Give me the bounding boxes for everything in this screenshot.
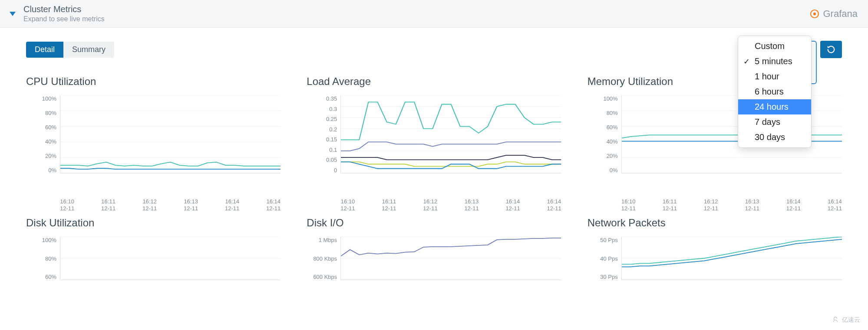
time-option-5-minutes[interactable]: ✓5 minutes — [738, 54, 811, 69]
y-tick: 800 Kbps — [307, 255, 337, 262]
x-tick: 16:1412-11 — [225, 198, 239, 212]
y-tick: 0.2 — [307, 126, 337, 133]
y-tick: 20% — [587, 153, 618, 159]
plot-area[interactable] — [340, 95, 561, 173]
series-line — [60, 168, 281, 169]
y-axis: 100%80%60%40%20%0% — [26, 95, 60, 173]
y-axis: 100%80%60% — [26, 237, 60, 280]
y-tick: 0.05 — [307, 157, 337, 163]
plot-area[interactable] — [60, 237, 281, 280]
x-tick: 16:1012-11 — [60, 198, 74, 212]
y-tick: 60% — [587, 124, 618, 131]
y-tick: 60% — [26, 124, 56, 131]
y-tick: 1 Mbps — [307, 237, 337, 243]
time-option-label: 24 hours — [755, 102, 789, 111]
chart-title: Disk Utilization — [26, 217, 281, 229]
tab-summary[interactable]: Summary — [63, 42, 114, 58]
y-tick: 100% — [26, 237, 56, 243]
y-tick: 60% — [26, 274, 56, 280]
y-tick: 30 Pps — [587, 274, 618, 280]
check-icon: ✓ — [743, 57, 750, 66]
refresh-button[interactable] — [820, 41, 842, 58]
grafana-link[interactable]: Grafana — [809, 8, 858, 20]
x-tick: 16:1412-11 — [828, 198, 842, 212]
y-tick: 0% — [587, 167, 618, 173]
x-axis: 16:1012-1116:1112-1116:1212-1116:1312-11… — [340, 195, 561, 212]
y-axis: 50 Pps40 Pps30 Pps — [587, 237, 621, 280]
time-option-30-days[interactable]: 30 days — [738, 130, 811, 145]
x-tick: 16:1212-11 — [423, 198, 437, 212]
view-tabs: Detail Summary — [26, 42, 114, 58]
tab-detail[interactable]: Detail — [26, 42, 63, 58]
y-tick: 80% — [26, 255, 56, 262]
y-tick: 20% — [26, 153, 56, 159]
series-line — [341, 155, 561, 160]
x-axis: 16:1012-1116:1112-1116:1212-1116:1312-11… — [621, 195, 842, 212]
chart-load: Load Average0.350.30.250.20.150.10.05016… — [307, 75, 561, 195]
time-option-label: Custom — [755, 41, 785, 51]
plot-area[interactable] — [60, 95, 281, 173]
y-tick: 0% — [26, 167, 56, 173]
y-tick: 100% — [587, 95, 618, 102]
chart-box[interactable]: 100%80%60% — [26, 237, 281, 289]
tab-row: Detail Summary — [26, 41, 842, 58]
y-tick: 0 — [307, 167, 337, 173]
expand-toggle-icon[interactable] — [10, 12, 16, 16]
chart-cpu: CPU Utilization100%80%60%40%20%0%16:1012… — [26, 75, 281, 195]
y-tick: 0.35 — [307, 95, 337, 102]
x-tick: 16:1412-11 — [505, 198, 520, 212]
chart-box[interactable]: 0.350.30.250.20.150.10.05016:1012-1116:1… — [307, 95, 561, 195]
plot-area[interactable] — [340, 237, 561, 280]
y-tick: 40% — [26, 138, 56, 145]
x-axis: 16:1012-1116:1112-1116:1212-1116:1312-11… — [60, 195, 281, 212]
chart-title: Network Packets — [587, 217, 842, 229]
y-tick: 80% — [26, 110, 56, 116]
chart-diskio: Disk I/O1 Mbps800 Kbps600 Kbps — [307, 217, 561, 289]
x-tick: 16:1312-11 — [464, 198, 479, 212]
y-tick: 50 Pps — [587, 237, 618, 243]
time-option-1-hour[interactable]: 1 hour — [738, 69, 811, 84]
chart-box[interactable]: 50 Pps40 Pps30 Pps — [587, 237, 842, 289]
time-range-menu: Custom✓5 minutes1 hour6 hours24 hours7 d… — [738, 36, 812, 148]
x-tick: 16:1212-11 — [142, 198, 157, 212]
time-option-24-hours[interactable]: 24 hours — [738, 99, 811, 114]
series-line — [60, 162, 281, 166]
x-tick: 16:1312-11 — [184, 198, 198, 212]
chart-disk: Disk Utilization100%80%60% — [26, 217, 281, 289]
x-tick: 16:1012-11 — [621, 198, 636, 212]
time-option-label: 5 minutes — [755, 56, 792, 66]
y-tick: 600 Kbps — [307, 274, 337, 280]
y-tick: 80% — [587, 110, 618, 116]
series-line — [341, 142, 561, 150]
y-tick: 40 Pps — [587, 255, 618, 262]
chart-title: CPU Utilization — [26, 75, 281, 88]
series-line — [622, 237, 842, 264]
y-tick: 0.15 — [307, 136, 337, 143]
y-tick: 0.1 — [307, 147, 337, 153]
x-tick: 16:1212-11 — [704, 198, 718, 212]
x-tick: 16:1112-11 — [101, 198, 116, 212]
series-line — [341, 238, 561, 256]
y-axis: 100%80%60%40%20%0% — [587, 95, 621, 173]
x-tick: 16:1412-11 — [547, 198, 561, 212]
time-option-label: 30 days — [755, 132, 785, 142]
time-option-7-days[interactable]: 7 days — [738, 114, 811, 130]
chart-title: Disk I/O — [307, 217, 561, 229]
chart-box[interactable]: 1 Mbps800 Kbps600 Kbps — [307, 237, 561, 289]
chart-title: Load Average — [307, 75, 561, 88]
x-tick: 16:1412-11 — [266, 198, 281, 212]
series-line — [341, 162, 561, 168]
chart-box[interactable]: 100%80%60%40%20%0%16:1012-1116:1112-1116… — [26, 95, 281, 195]
time-option-label: 6 hours — [755, 87, 784, 96]
svg-point-1 — [813, 12, 815, 15]
y-axis: 0.350.30.250.20.150.10.050 — [307, 95, 340, 173]
y-axis: 1 Mbps800 Kbps600 Kbps — [307, 237, 340, 280]
x-tick: 16:1312-11 — [745, 198, 759, 212]
plot-area[interactable] — [621, 237, 842, 280]
grafana-label: Grafana — [823, 8, 858, 20]
time-option-label: 7 days — [755, 117, 780, 127]
time-option-6-hours[interactable]: 6 hours — [738, 84, 811, 99]
x-tick: 16:1112-11 — [382, 198, 396, 212]
time-option-custom[interactable]: Custom — [738, 39, 811, 54]
x-tick: 16:1012-11 — [340, 198, 355, 212]
